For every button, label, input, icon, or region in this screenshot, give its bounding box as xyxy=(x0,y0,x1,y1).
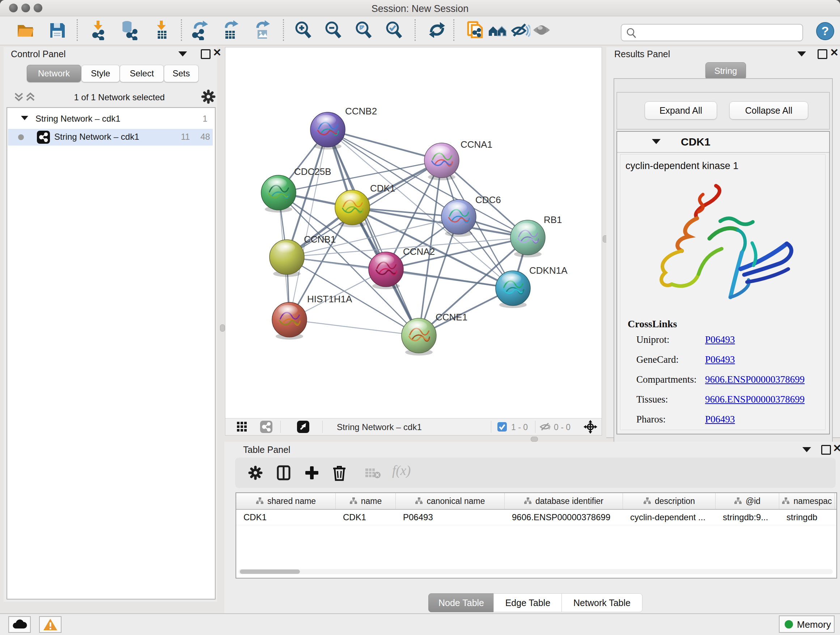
hide-panels-icon[interactable] xyxy=(510,20,531,40)
network-row-selected[interactable]: String Network – cdk1 11 48 xyxy=(8,129,213,146)
crosslink-link[interactable]: P06493 xyxy=(705,334,735,345)
delete-column-icon[interactable] xyxy=(332,464,347,481)
export-network-icon[interactable] xyxy=(189,20,210,40)
refresh-layout-icon[interactable] xyxy=(427,20,447,40)
close-panel-icon[interactable]: ✕ xyxy=(830,48,838,57)
zoom-out-icon[interactable] xyxy=(323,20,343,40)
grid-view-icon[interactable] xyxy=(237,422,247,432)
column-header-description[interactable]: description xyxy=(623,493,715,509)
collection-label: String Network – cdk1 xyxy=(35,114,120,124)
network-edges xyxy=(279,130,528,336)
help-icon[interactable]: ? xyxy=(816,22,834,40)
tab-network[interactable]: Network xyxy=(27,65,81,82)
network-canvas[interactable]: CCNB2CCNA1CDC25BCDK1CDC6RB1CCNB1CCNA2CDK… xyxy=(225,47,602,418)
crosslink-row: Compartments:9606.ENSP00000378699 xyxy=(636,374,821,394)
crosslink-link[interactable]: 9606.ENSP00000378699 xyxy=(705,374,805,385)
section-title: CDK1 xyxy=(681,136,711,148)
zoom-selected-icon[interactable] xyxy=(384,20,404,40)
selected-nodes-checkbox[interactable] xyxy=(497,422,507,432)
tab-edge-table[interactable]: Edge Table xyxy=(493,593,562,612)
memory-status-dot-icon xyxy=(785,620,793,629)
collapse-all-button[interactable]: Collapse All xyxy=(729,101,808,119)
column-header-canonical-name[interactable]: canonical name xyxy=(396,493,505,509)
tab-string[interactable]: String xyxy=(706,62,746,80)
network-node-HIST1H1A[interactable]: HIST1H1A xyxy=(272,294,352,340)
network-node-RB1[interactable]: RB1 xyxy=(510,214,562,257)
function-builder-icon[interactable]: f(x) xyxy=(392,463,411,478)
hidden-elements-icon[interactable] xyxy=(539,421,551,432)
horizontal-splitter-handle[interactable] xyxy=(531,437,538,442)
left-splitter-handle[interactable] xyxy=(220,325,225,332)
network-options-gear-icon[interactable] xyxy=(201,89,216,104)
clone-network-icon[interactable] xyxy=(465,20,485,40)
import-table-icon[interactable] xyxy=(151,20,172,40)
collapse-all-networks-icon[interactable] xyxy=(14,91,35,103)
warning-status-button[interactable] xyxy=(39,616,62,633)
network-share-icon[interactable] xyxy=(260,421,272,433)
crosslink-link[interactable]: P06493 xyxy=(705,354,735,365)
tab-select[interactable]: Select xyxy=(120,65,164,82)
table-cell: CDK1 xyxy=(236,510,336,525)
tab-network-table[interactable]: Network Table xyxy=(561,593,643,612)
column-header-name[interactable]: name xyxy=(336,493,396,509)
import-network-file-icon[interactable] xyxy=(88,20,108,40)
toolbar-separator xyxy=(453,19,454,41)
show-columns-icon[interactable] xyxy=(276,465,292,481)
panel-menu-caret-icon[interactable] xyxy=(802,447,811,452)
export-image-icon[interactable] xyxy=(252,20,272,40)
table-settings-gear-icon[interactable] xyxy=(248,466,263,480)
delete-table-icon[interactable] xyxy=(365,467,381,479)
node-table[interactable]: shared namenamecanonical namedatabase id… xyxy=(235,492,837,578)
network-node-CDC6[interactable]: CDC6 xyxy=(441,195,501,237)
table-cell: stringdb:9... xyxy=(715,510,779,525)
float-panel-icon[interactable] xyxy=(821,445,831,455)
column-header-shared-name[interactable]: shared name xyxy=(236,493,336,509)
table-cell: stringdb xyxy=(779,510,835,525)
shared-column-icon xyxy=(524,497,532,505)
network-node-CCNA1[interactable]: CCNA1 xyxy=(424,139,493,180)
crosslink-link[interactable]: P06493 xyxy=(705,414,735,425)
table-horizontal-scrollbar[interactable] xyxy=(238,569,833,574)
float-panel-icon[interactable] xyxy=(818,49,827,59)
search-box[interactable] xyxy=(621,24,803,41)
table-row[interactable]: CDK1CDK1P064939606.ENSP00000378699cyclin… xyxy=(236,510,836,525)
zoom-in-icon[interactable] xyxy=(293,20,313,40)
cdk1-section-header[interactable]: CDK1 xyxy=(617,132,829,153)
collection-expand-caret-icon[interactable] xyxy=(21,116,28,120)
zoom-fit-icon[interactable] xyxy=(354,20,374,40)
birdseye-view-icon[interactable] xyxy=(297,421,309,433)
crosslink-row: GeneCard:P06493 xyxy=(636,354,821,374)
pan-crosshair-icon[interactable] xyxy=(584,420,597,434)
show-eye-icon[interactable] xyxy=(531,20,552,40)
section-collapse-caret-icon[interactable] xyxy=(652,139,660,144)
search-input[interactable] xyxy=(640,25,797,39)
tab-sets[interactable]: Sets xyxy=(164,65,199,82)
import-network-database-icon[interactable] xyxy=(118,20,139,40)
network-node-CDKN1A[interactable]: CDKN1A xyxy=(496,265,568,308)
column-header-namespac[interactable]: namespac xyxy=(779,493,835,509)
cloud-status-button[interactable] xyxy=(8,616,31,633)
crosslink-link[interactable]: 9606.ENSP00000378699 xyxy=(705,394,805,405)
crosslink-label: Tissues: xyxy=(636,394,668,405)
memory-button[interactable]: Memory xyxy=(779,616,835,633)
network-collection-row[interactable]: String Network – cdk1 1 xyxy=(7,111,213,127)
column-header-database-identifier[interactable]: database identifier xyxy=(505,493,623,509)
node-label-CDC25B: CDC25B xyxy=(294,166,332,177)
close-panel-icon[interactable]: ✕ xyxy=(213,48,221,57)
shared-column-icon xyxy=(256,497,264,505)
expand-all-button[interactable]: Expand All xyxy=(645,101,717,119)
add-column-icon[interactable] xyxy=(304,465,320,481)
tab-node-table[interactable]: Node Table xyxy=(428,593,494,612)
string-home-icon[interactable] xyxy=(488,20,508,40)
toolbar-separator xyxy=(280,421,281,433)
tab-style[interactable]: Style xyxy=(81,65,120,82)
panel-menu-caret-icon[interactable] xyxy=(178,51,187,57)
save-session-icon[interactable] xyxy=(47,20,67,40)
export-table-icon[interactable] xyxy=(220,20,240,40)
close-panel-icon[interactable]: ✕ xyxy=(833,444,840,453)
scrollbar-thumb[interactable] xyxy=(240,570,300,574)
panel-menu-caret-icon[interactable] xyxy=(797,51,806,57)
column-header-@id[interactable]: @id xyxy=(715,493,779,509)
open-session-icon[interactable] xyxy=(15,20,35,40)
float-panel-icon[interactable] xyxy=(201,49,210,59)
